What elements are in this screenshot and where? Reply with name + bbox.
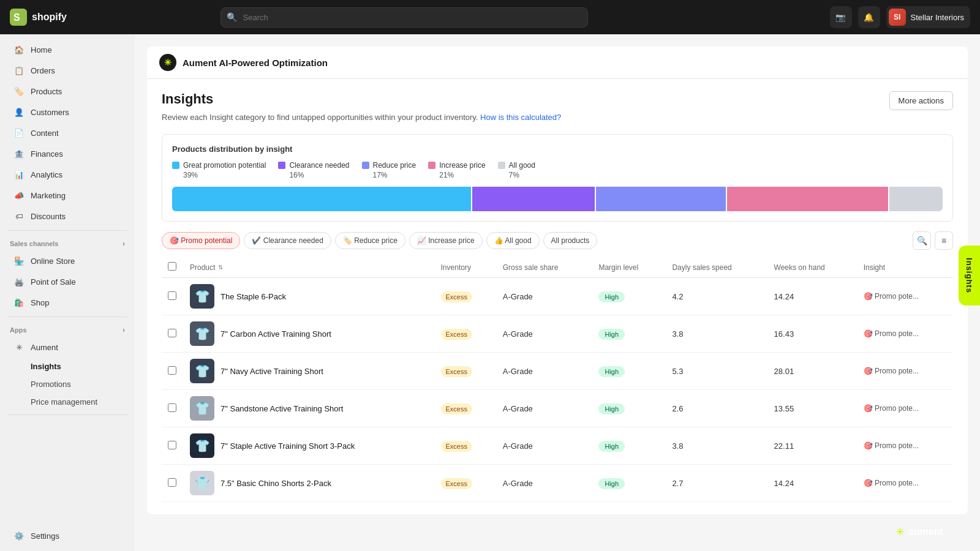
- table-row: 👕 7" Carbon Active Training Short Excess…: [162, 315, 953, 353]
- legend-item-promo: Great promotion potential 39%: [172, 161, 266, 179]
- daily-speed-6: 2.7: [666, 465, 767, 502]
- sidebar-item-point-of-sale[interactable]: 🖨️ Point of Sale: [4, 272, 131, 291]
- tab-clearance-needed[interactable]: ✔️ Clearance needed: [244, 232, 331, 249]
- sort-icon-product: ⇅: [218, 264, 223, 271]
- inventory-badge-6: Excess: [441, 478, 472, 489]
- distribution-legend: Great promotion potential 39% Clearance …: [172, 161, 943, 179]
- sidebar-item-analytics[interactable]: 📊 Analytics: [4, 165, 131, 184]
- inventory-badge-4: Excess: [441, 403, 472, 414]
- sidebar-sub-item-promotions[interactable]: Promotions: [4, 376, 131, 392]
- sidebar-item-customers[interactable]: 👤 Customers: [4, 102, 131, 122]
- legend-item-increase: Increase price 21%: [428, 161, 485, 179]
- insight-cell-1: 🎯 Promo pote...: [864, 292, 937, 301]
- tab-promo-potential[interactable]: 🎯 Promo potential: [162, 232, 240, 249]
- apps-section: Apps ›: [0, 321, 135, 337]
- sidebar-item-marketing[interactable]: 📣 Marketing: [4, 186, 131, 205]
- list-filter-button[interactable]: ≡: [935, 231, 953, 250]
- sidebar-item-settings[interactable]: ⚙️ Settings: [4, 526, 131, 545]
- row-checkbox-2[interactable]: [168, 329, 176, 337]
- apps-label: Apps: [10, 326, 27, 334]
- content-icon: 📄: [13, 127, 24, 138]
- legend-pct-promo: 39%: [172, 171, 266, 179]
- side-insights-pill[interactable]: Insights: [959, 246, 980, 305]
- insight-cell-6: 🎯 Promo pote...: [864, 479, 937, 487]
- bell-icon-btn[interactable]: 🔔: [858, 6, 880, 28]
- gross-share-2: A-Grade: [497, 315, 593, 353]
- insights-header: Insights More actions: [162, 91, 953, 110]
- tab-increase-price[interactable]: 📈 Increase price: [409, 232, 483, 249]
- weeks-on-hand-3: 28.01: [768, 353, 858, 390]
- tag-icon: 🏷️: [13, 86, 24, 97]
- distribution-title: Products distribution by insight: [172, 144, 943, 154]
- sidebar-sub-item-price-management[interactable]: Price management: [4, 394, 131, 410]
- nav-label-finances: Finances: [31, 149, 63, 159]
- search-bar[interactable]: 🔍: [221, 7, 588, 28]
- more-actions-button[interactable]: More actions: [889, 91, 953, 110]
- daily-speed-4: 2.6: [666, 390, 767, 427]
- how-is-calculated-link[interactable]: How is this calculated?: [480, 113, 561, 122]
- avatar: SI: [889, 9, 906, 26]
- sidebar-item-shop[interactable]: 🛍️ Shop: [4, 293, 131, 312]
- margin-badge-6: High: [598, 478, 625, 489]
- inventory-badge-5: Excess: [441, 441, 472, 452]
- expand-icon: ›: [123, 239, 125, 248]
- store-selector[interactable]: SI Stellar Interiors: [886, 6, 970, 28]
- sidebar-item-discounts[interactable]: 🏷 Discounts: [4, 206, 131, 226]
- insight-cell-2: 🎯 Promo pote...: [864, 329, 937, 338]
- search-input[interactable]: [221, 7, 588, 28]
- product-thumbnail-2: 👕: [190, 321, 214, 346]
- col-product[interactable]: Product ⇅: [190, 263, 429, 272]
- product-thumbnail-3: 👕: [190, 359, 214, 383]
- search-filter-button[interactable]: 🔍: [913, 231, 931, 250]
- product-name-3: 7" Navy Active Training Short: [221, 367, 323, 376]
- nav-label-shop: Shop: [31, 298, 49, 307]
- insight-cell-5: 🎯 Promo pote...: [864, 441, 937, 450]
- sidebar-item-content[interactable]: 📄 Content: [4, 123, 131, 143]
- daily-speed-5: 3.8: [666, 427, 767, 465]
- row-checkbox-1[interactable]: [168, 291, 176, 300]
- margin-badge-5: High: [598, 441, 625, 452]
- aument-header: ✳ Aument AI-Powered Optimization: [147, 47, 968, 79]
- legend-dot-clearance: [278, 162, 285, 169]
- row-checkbox-6[interactable]: [168, 478, 176, 487]
- settings-icon: ⚙️: [13, 530, 24, 541]
- table-row: 👕 7" Sandstone Active Training Short Exc…: [162, 390, 953, 427]
- sidebar-item-finances[interactable]: 🏦 Finances: [4, 144, 131, 163]
- aument-logo: ✳: [159, 54, 176, 71]
- select-all-checkbox[interactable]: [168, 262, 176, 271]
- weeks-on-hand-5: 22.11: [768, 427, 858, 465]
- table-row: 👕 The Staple 6-Pack Excess A-Grade High …: [162, 278, 953, 315]
- col-daily-speed: Dayly sales speed: [666, 257, 767, 278]
- sidebar-item-orders[interactable]: 📋 Orders: [4, 61, 131, 80]
- sidebar-item-products[interactable]: 🏷️ Products: [4, 81, 131, 101]
- legend-dot-reduce: [362, 162, 369, 169]
- row-checkbox-5[interactable]: [168, 441, 176, 449]
- sidebar-sub-item-insights[interactable]: Insights: [4, 358, 131, 375]
- sidebar-item-aument[interactable]: ✳ Aument: [4, 337, 131, 357]
- tab-reduce-price[interactable]: 🏷️ Reduce price: [335, 232, 405, 249]
- legend-pct-reduce: 17%: [362, 171, 417, 179]
- legend-label-clearance: Clearance needed: [289, 161, 349, 170]
- row-checkbox-4[interactable]: [168, 403, 176, 412]
- sidebar-item-online-store[interactable]: 🏪 Online Store: [4, 251, 131, 271]
- product-table-wrapper: Product ⇅ Inventory Gross sale share Mar…: [162, 257, 953, 502]
- product-thumbnail-6: 👕: [190, 471, 214, 495]
- sidebar-divider-2: [7, 317, 127, 317]
- row-checkbox-3[interactable]: [168, 366, 176, 375]
- insight-cell-4: 🎯 Promo pote...: [864, 404, 937, 413]
- shop-icon: 🛍️: [13, 297, 24, 308]
- inventory-badge-1: Excess: [441, 291, 472, 302]
- nav-label-content: Content: [31, 129, 59, 138]
- sidebar-item-home[interactable]: 🏠 Home: [4, 40, 131, 59]
- legend-dot-all-good: [498, 162, 505, 169]
- bell-icon: 🔔: [864, 13, 874, 22]
- distribution-bar-chart: [172, 187, 943, 211]
- tab-all-products[interactable]: All products: [543, 232, 598, 249]
- product-thumbnail-1: 👕: [190, 284, 214, 309]
- topbar-right: 📷 🔔 SI Stellar Interiors: [830, 6, 970, 28]
- avatar-initials: SI: [894, 13, 900, 21]
- camera-icon-btn[interactable]: 📷: [830, 6, 852, 28]
- tab-all-good[interactable]: 👍 All good: [486, 232, 540, 249]
- aument-header-title: Aument AI-Powered Optimization: [183, 58, 328, 68]
- legend-item-all-good: All good 7%: [498, 161, 535, 179]
